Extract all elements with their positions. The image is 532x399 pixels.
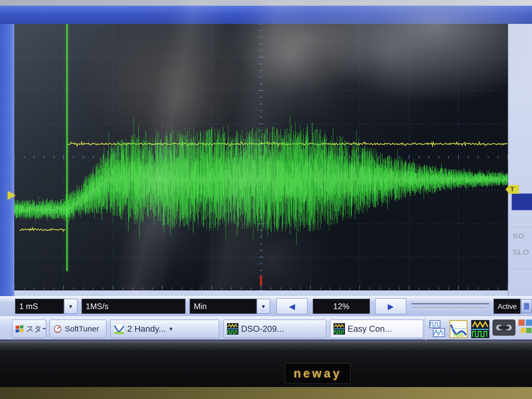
desk-surface: [0, 387, 532, 399]
toolbar-extra-button[interactable]: [521, 299, 532, 313]
waveform-pair-tray-icon[interactable]: [429, 320, 445, 337]
dso-scope-icon: [227, 323, 238, 335]
taskbar-item-easycon[interactable]: Easy Con...: [330, 320, 423, 338]
position-slider[interactable]: [411, 302, 489, 310]
group-expand-icon: ▾: [169, 325, 172, 332]
taskbar-item-label: DSO-209...: [241, 324, 284, 334]
scope-toolbar: 1 mS ▼ 1MS/s Min ▼ ◀ 12% ▶ Active: [0, 296, 532, 317]
panel-label-source: SO: [513, 232, 524, 241]
chevron-down-icon: ▼: [261, 304, 266, 309]
start-label: スタート: [26, 324, 46, 334]
taskbar-item-label: SoftTuner: [65, 324, 99, 333]
mode-dropdown-button[interactable]: ▼: [257, 299, 270, 314]
dso-scope-icon: [334, 323, 345, 335]
window-left-border: [0, 24, 14, 296]
taskbar: スタート SoftTuner 2 Handy... ▾: [0, 316, 532, 341]
scope-display: [14, 24, 508, 290]
status-display: Active: [494, 299, 521, 314]
cassette-tray-icon[interactable]: [493, 320, 515, 335]
scope-waves-tray-icon[interactable]: [471, 320, 489, 338]
sample-rate-display: 1MS/s: [82, 299, 185, 314]
windows-logo-icon: [16, 325, 23, 332]
start-button[interactable]: スタート: [12, 320, 46, 338]
slider-track-top: [411, 303, 489, 304]
svg-text:HDS: HDS: [454, 332, 463, 338]
panel-selected-box[interactable]: [511, 193, 532, 210]
timebase-dropdown-button[interactable]: ▼: [64, 299, 77, 314]
taskbar-item-label: Easy Con...: [348, 324, 392, 334]
taskbar-item-label: 2 Handy...: [127, 324, 166, 334]
left-arrow-icon: ◀: [289, 302, 295, 311]
taskbar-item-dso[interactable]: DSO-209...: [223, 320, 326, 338]
acquisition-mode-combo[interactable]: Min: [190, 299, 257, 314]
chevron-down-icon: ▼: [68, 304, 73, 309]
photo-of-monitor: T SO SLO 1 mS ▼ 1MS/s Min ▼ ◀ 12% ▶: [0, 0, 532, 399]
panel-toggle-icon: [524, 303, 529, 310]
panel-divider: [510, 227, 532, 228]
handyscope-icon: [114, 323, 125, 334]
right-control-panel: SO SLO: [508, 24, 532, 296]
monitor-brand-badge: neway: [285, 363, 351, 384]
panel-label-slope: SLO: [513, 248, 529, 257]
scroll-right-button[interactable]: ▶: [375, 298, 406, 314]
hds-sine-tray-icon[interactable]: HDS: [449, 320, 468, 338]
taskbar-item-handyscope[interactable]: 2 Handy... ▾: [110, 320, 219, 338]
scroll-left-button[interactable]: ◀: [276, 298, 308, 314]
timebase-combo[interactable]: 1 mS: [15, 299, 64, 314]
position-percent-display: 12%: [313, 299, 370, 314]
monitor-brand-text: neway: [294, 367, 342, 380]
partial-colors-tray-icon: [518, 320, 532, 338]
taskbar-item-softtuner[interactable]: SoftTuner: [49, 320, 107, 338]
channel-position-marker[interactable]: [8, 191, 16, 200]
right-arrow-icon: ▶: [388, 302, 394, 311]
monitor-screen: T SO SLO 1 mS ▼ 1MS/s Min ▼ ◀ 12% ▶: [0, 0, 532, 341]
app-titlebar: [0, 6, 532, 24]
system-tray: HDS: [425, 317, 532, 340]
panel-divider: [510, 269, 532, 270]
softtuner-icon: [53, 324, 62, 334]
slider-track-bottom: [411, 308, 486, 308]
window-above-strip: [0, 0, 532, 6]
